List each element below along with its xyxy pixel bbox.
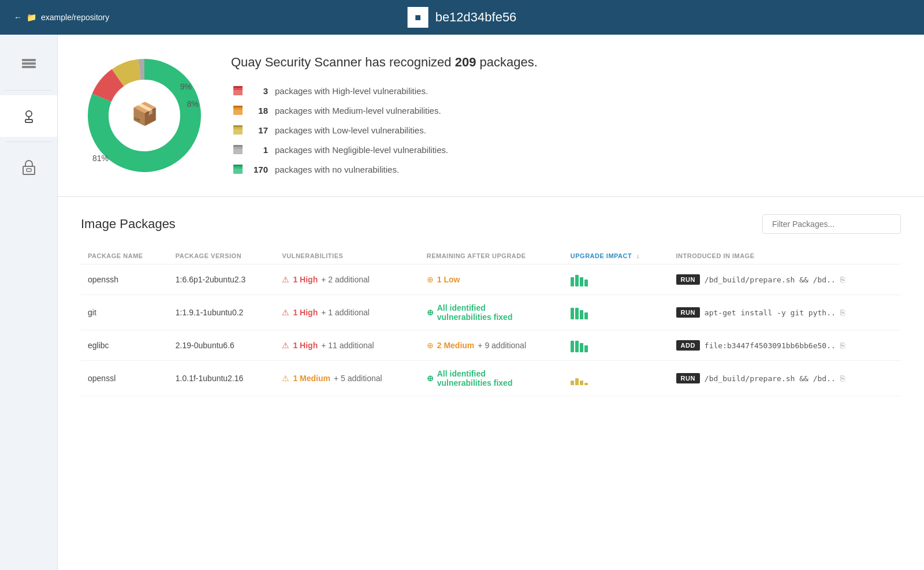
stat-low-count: 17: [252, 125, 268, 135]
cmd-text: apt-get install -y git pyth..: [705, 308, 836, 317]
filter-input[interactable]: [762, 214, 901, 234]
pkg-impact: [564, 361, 669, 396]
cmd-text: /bd_build/prepare.sh && /bd..: [705, 374, 836, 383]
sidebar-divider-2: [6, 141, 51, 142]
cmd-badge-run: RUN: [676, 274, 700, 285]
cmd-badge-run: RUN: [676, 373, 700, 383]
cmd-badge-run: RUN: [676, 307, 700, 318]
svg-rect-9: [23, 166, 35, 174]
table-row: openssh 1:6.6p1-2ubuntu2.3 ⚠ 1 High + 2 …: [81, 264, 901, 295]
cube-med-icon: [231, 103, 245, 117]
pkg-version: 1:1.9.1-1ubuntu0.2: [169, 295, 275, 330]
pkg-vuln: ⚠ 1 High + 1 additional: [275, 295, 419, 330]
col-introduced: INTRODUCED IN IMAGE: [669, 248, 901, 264]
pkg-impact: [564, 330, 669, 361]
pkg-name: openssh: [81, 264, 169, 295]
copy-icon[interactable]: ⎘: [840, 341, 845, 350]
col-remaining: REMAINING AFTER UPGRADE: [420, 248, 564, 264]
content-area: 📦 81% 9% 8% Quay Security Scanner has re…: [58, 35, 924, 570]
pkg-introduced: ADD file:b3447f4503091bb6bb6e50.. ⎘: [669, 330, 901, 361]
table-row: openssl 1.0.1f-1ubuntu2.16 ⚠ 1 Medium + …: [81, 361, 901, 396]
commit-hash: be12d34bfe56: [435, 10, 517, 25]
stat-medium-count: 18: [252, 106, 268, 116]
header-title: ■ be12d34bfe56: [408, 7, 517, 28]
donut-label-8: 8%: [187, 99, 199, 109]
packages-section: Image Packages PACKAGE NAME PACKAGE VERS…: [58, 197, 924, 570]
cube-high-icon: [231, 84, 245, 98]
stats-list: 3 packages with High-level vulnerabiliti…: [231, 84, 901, 176]
back-button[interactable]: ← 📁 example/repository: [14, 13, 109, 22]
copy-icon[interactable]: ⎘: [840, 308, 845, 317]
summary-total: 209: [455, 55, 476, 69]
header: ← 📁 example/repository ■ be12d34bfe56: [0, 0, 924, 35]
cmd-badge-add: ADD: [676, 340, 700, 351]
stat-neg-count: 1: [252, 145, 268, 155]
stat-medium-label: packages with Medium-level vulnerabiliti…: [275, 106, 441, 116]
svg-text:📦: 📦: [131, 100, 159, 127]
pkg-vuln: ⚠ 1 High + 2 additional: [275, 264, 419, 295]
stat-high: 3 packages with High-level vulnerabiliti…: [231, 84, 901, 98]
svg-point-3: [26, 111, 32, 117]
cube-safe-icon: [231, 162, 245, 176]
stat-neg-label: packages with Negligible-level vulnerabi…: [275, 145, 448, 155]
pkg-version: 1.0.1f-1ubuntu2.16: [169, 361, 275, 396]
pkg-vuln: ⚠ 1 Medium + 5 additional: [275, 361, 419, 396]
stat-safe-count: 170: [252, 165, 268, 174]
sidebar: [0, 35, 58, 570]
svg-rect-28: [233, 145, 243, 147]
summary-section: 📦 81% 9% 8% Quay Security Scanner has re…: [58, 35, 924, 197]
stat-high-label: packages with High-level vulnerabilities…: [275, 86, 428, 96]
svg-rect-0: [22, 62, 36, 65]
stat-low: 17 packages with Low-level vulnerabiliti…: [231, 123, 901, 137]
stat-low-label: packages with Low-level vulnerabilities.: [275, 125, 426, 135]
stat-safe: 170 packages with no vulnerabilities.: [231, 162, 901, 176]
sidebar-divider: [6, 90, 51, 91]
pkg-remaining: ⊕ All identifiedvulnerabilities fixed: [420, 295, 564, 330]
pkg-name: eglibc: [81, 330, 169, 361]
col-name: PACKAGE NAME: [81, 248, 169, 264]
pkg-name: git: [81, 295, 169, 330]
donut-chart: 📦 81% 9% 8%: [81, 52, 208, 179]
sidebar-item-layers[interactable]: [0, 44, 57, 85]
packages-header: Image Packages: [81, 214, 901, 234]
pkg-impact: [564, 264, 669, 295]
table-row: eglibc 2.19-0ubuntu6.6 ⚠ 1 High + 11 add…: [81, 330, 901, 361]
svg-rect-2: [22, 59, 36, 61]
sort-arrow-icon: ↓: [636, 252, 640, 259]
sidebar-item-security[interactable]: [0, 95, 57, 137]
svg-rect-1: [22, 66, 36, 68]
pkg-remaining: ⊕ 2 Medium + 9 additional: [420, 330, 564, 361]
svg-rect-25: [233, 125, 243, 127]
pkg-vuln: ⚠ 1 High + 11 additional: [275, 330, 419, 361]
table-row: git 1:1.9.1-1ubuntu0.2 ⚠ 1 High + 1 addi…: [81, 295, 901, 330]
summary-title-suffix: packages.: [476, 55, 537, 69]
stats-section: Quay Security Scanner has recognized 209…: [231, 55, 901, 176]
svg-rect-22: [233, 106, 243, 107]
stat-high-count: 3: [252, 86, 268, 96]
stat-negligible: 1 packages with Negligible-level vulnera…: [231, 143, 901, 157]
pkg-introduced: RUN apt-get install -y git pyth.. ⎘: [669, 295, 901, 330]
back-arrow-icon: ←: [14, 13, 22, 22]
cube-neg-icon: [231, 143, 245, 157]
col-version: PACKAGE VERSION: [169, 248, 275, 264]
svg-rect-31: [233, 165, 243, 166]
col-impact[interactable]: UPGRADE IMPACT ↓: [564, 248, 669, 264]
sidebar-item-packages[interactable]: [0, 147, 57, 188]
pkg-remaining: ⊕ All identifiedvulnerabilities fixed: [420, 361, 564, 396]
stat-safe-label: packages with no vulnerabilities.: [275, 165, 399, 174]
summary-title-prefix: Quay Security Scanner has recognized: [231, 55, 455, 69]
copy-icon[interactable]: ⎘: [840, 374, 845, 383]
pkg-impact: [564, 295, 669, 330]
donut-label-81: 81%: [92, 154, 109, 163]
main-layout: 📦 81% 9% 8% Quay Security Scanner has re…: [0, 35, 924, 570]
pkg-name: openssl: [81, 361, 169, 396]
copy-icon[interactable]: ⎘: [840, 275, 845, 284]
cube-low-icon: [231, 123, 245, 137]
commit-icon: ■: [408, 7, 429, 28]
packages-title: Image Packages: [81, 217, 176, 232]
repo-name: example/repository: [41, 13, 109, 22]
col-vulnerabilities: VULNERABILITIES: [275, 248, 419, 264]
cmd-text: file:b3447f4503091bb6bb6e50..: [705, 341, 836, 350]
pkg-introduced: RUN /bd_build/prepare.sh && /bd.. ⎘: [669, 361, 901, 396]
cmd-text: /bd_build/prepare.sh && /bd..: [705, 275, 836, 284]
